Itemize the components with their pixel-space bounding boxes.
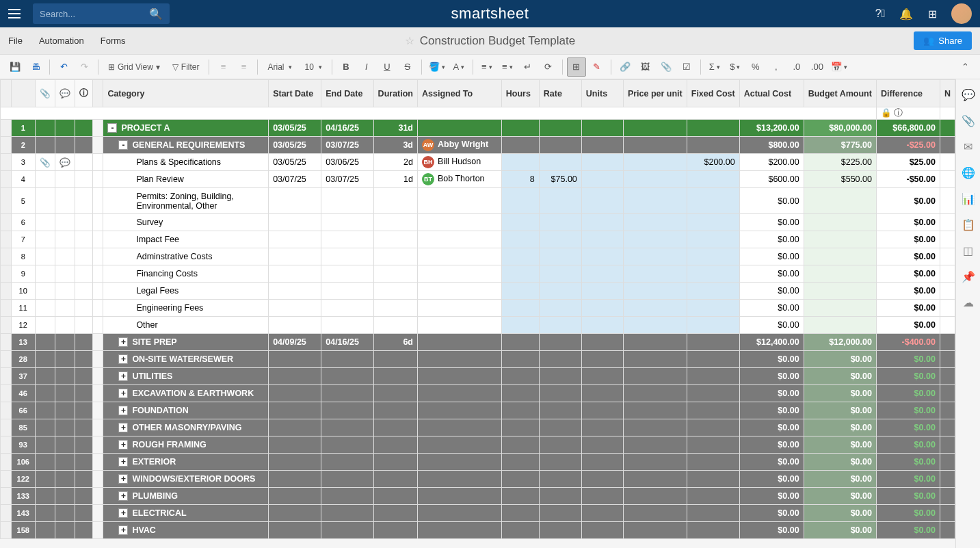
- date-format-icon[interactable]: 📅: [828, 57, 850, 77]
- cell-hours[interactable]: [501, 120, 539, 137]
- cell-category[interactable]: -PROJECT A: [103, 120, 269, 137]
- cell-actual[interactable]: $0.00: [739, 317, 804, 334]
- row-number[interactable]: 4: [11, 171, 35, 188]
- cell-budget[interactable]: $0.00: [804, 436, 876, 454]
- cell-assigned[interactable]: [418, 214, 502, 231]
- cell-category[interactable]: +FOUNDATION: [103, 402, 269, 419]
- sum-icon[interactable]: Σ: [705, 57, 724, 77]
- cell-ppu[interactable]: [623, 419, 687, 436]
- cell-start[interactable]: [269, 300, 321, 317]
- cell-actual[interactable]: $0.00: [739, 419, 804, 436]
- col-start[interactable]: Start Date: [269, 80, 321, 107]
- cell-diff[interactable]: $0.00: [876, 471, 940, 488]
- cell-start[interactable]: [269, 214, 321, 231]
- expand-icon[interactable]: +: [118, 354, 128, 364]
- cell-diff[interactable]: $0.00: [876, 522, 940, 539]
- cell-units[interactable]: [581, 248, 623, 265]
- cell-duration[interactable]: [373, 522, 417, 539]
- row-12[interactable]: 12 Other $0.00 $0.00: [1, 317, 955, 334]
- cell-start[interactable]: [269, 419, 321, 436]
- cell-category[interactable]: Permits: Zoning, Building, Environmental…: [103, 188, 269, 214]
- row-11[interactable]: 11 Engineering Fees $0.00 $0.00: [1, 300, 955, 317]
- cell-fixed[interactable]: [687, 300, 739, 317]
- cell-hours[interactable]: [501, 419, 539, 436]
- cell-start[interactable]: [269, 248, 321, 265]
- row-number[interactable]: 158: [11, 522, 35, 539]
- cell-start[interactable]: [269, 402, 321, 419]
- cell-ppu[interactable]: [623, 488, 687, 505]
- cell-rate[interactable]: [539, 368, 581, 385]
- cell-duration[interactable]: 2d: [373, 154, 417, 171]
- row-106[interactable]: 106 +EXTERIOR $0.00 $0.00 $0.00: [1, 454, 955, 471]
- cell-diff[interactable]: $0.00: [876, 385, 940, 402]
- cell-actual[interactable]: $0.00: [739, 436, 804, 454]
- cell-units[interactable]: [581, 137, 623, 154]
- cell-rate[interactable]: [539, 188, 581, 214]
- cell-assigned[interactable]: [418, 488, 502, 505]
- cell-assigned[interactable]: [418, 317, 502, 334]
- cell-hours[interactable]: [501, 154, 539, 171]
- cell-category[interactable]: Plans & Specifications: [103, 154, 269, 171]
- rail-pin-icon[interactable]: 📌: [962, 270, 975, 283]
- cell-units[interactable]: [581, 351, 623, 368]
- wrap-icon[interactable]: ↵: [518, 57, 538, 77]
- cell-category[interactable]: Impact Fee: [103, 231, 269, 248]
- cell-units[interactable]: [581, 317, 623, 334]
- cell-fixed[interactable]: [687, 231, 739, 248]
- fill-color-icon[interactable]: 🪣: [426, 57, 448, 77]
- cell-end[interactable]: [321, 214, 373, 231]
- row-7[interactable]: 7 Impact Fee $0.00 $0.00: [1, 231, 955, 248]
- cell-budget[interactable]: [804, 231, 876, 248]
- row-46[interactable]: 46 +EXCAVATION & EARTHWORK $0.00 $0.00 $…: [1, 385, 955, 402]
- cell-hours[interactable]: [501, 334, 539, 351]
- cell-units[interactable]: [581, 419, 623, 436]
- cell-budget[interactable]: $0.00: [804, 419, 876, 436]
- cell-actual[interactable]: $0.00: [739, 214, 804, 231]
- redo-icon[interactable]: ↷: [75, 57, 94, 77]
- cell-actual[interactable]: $0.00: [739, 454, 804, 471]
- cell-end[interactable]: [321, 248, 373, 265]
- cell-category[interactable]: +PLUMBING: [103, 488, 269, 505]
- underline-icon[interactable]: U: [378, 57, 397, 77]
- row-number[interactable]: 28: [11, 351, 35, 368]
- cell-ppu[interactable]: [623, 120, 687, 137]
- cell-start[interactable]: [269, 351, 321, 368]
- bell-icon[interactable]: 🔔: [899, 7, 913, 21]
- cell-ppu[interactable]: [623, 154, 687, 171]
- cell-end[interactable]: 03/06/25: [321, 154, 373, 171]
- cell-category[interactable]: +EXCAVATION & EARTHWORK: [103, 385, 269, 402]
- row-143[interactable]: 143 +ELECTRICAL $0.00 $0.00 $0.00: [1, 505, 955, 522]
- cell-ppu[interactable]: [623, 402, 687, 419]
- row-number[interactable]: 85: [11, 419, 35, 436]
- cell-duration[interactable]: [373, 248, 417, 265]
- cell-fixed[interactable]: [687, 419, 739, 436]
- rail-activity-icon[interactable]: 📊: [962, 192, 975, 205]
- search-box[interactable]: 🔍: [33, 3, 170, 24]
- cell-start[interactable]: [269, 317, 321, 334]
- search-icon[interactable]: 🔍: [149, 8, 163, 21]
- row-122[interactable]: 122 +WINDOWS/EXTERIOR DOORS $0.00 $0.00 …: [1, 471, 955, 488]
- font-size-dropdown[interactable]: 10: [299, 57, 327, 77]
- cell-hours[interactable]: [501, 214, 539, 231]
- cell-fixed[interactable]: [687, 454, 739, 471]
- cell-hours[interactable]: [501, 488, 539, 505]
- cell-assigned[interactable]: [418, 522, 502, 539]
- currency-icon[interactable]: $: [726, 57, 745, 77]
- cell-category[interactable]: Adminstrative Costs: [103, 248, 269, 265]
- expand-icon[interactable]: +: [118, 406, 128, 415]
- cell-duration[interactable]: [373, 488, 417, 505]
- cell-actual[interactable]: $0.00: [739, 300, 804, 317]
- cell-budget[interactable]: [804, 300, 876, 317]
- rail-summary-icon[interactable]: 📋: [962, 218, 975, 231]
- cell-assigned[interactable]: AWAbby Wright: [418, 137, 502, 154]
- cell-units[interactable]: [581, 436, 623, 454]
- text-color-icon[interactable]: A: [449, 57, 468, 77]
- menu-forms[interactable]: Forms: [101, 36, 126, 46]
- rail-proof-icon[interactable]: ✉: [962, 140, 975, 153]
- cell-fixed[interactable]: [687, 402, 739, 419]
- cell-end[interactable]: 03/07/25: [321, 137, 373, 154]
- cell-diff[interactable]: $0.00: [876, 368, 940, 385]
- cell-fixed[interactable]: [687, 334, 739, 351]
- cell-end[interactable]: [321, 351, 373, 368]
- col-rate[interactable]: Rate: [539, 80, 581, 107]
